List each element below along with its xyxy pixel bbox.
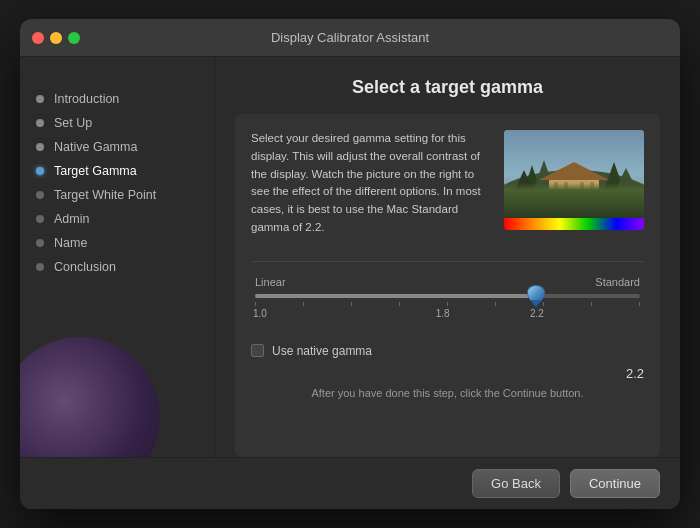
slider-num-1-8: 1.8 <box>436 308 450 319</box>
tick-mark <box>255 302 256 306</box>
svg-rect-12 <box>590 182 594 202</box>
window-title: Display Calibrator Assistant <box>271 30 429 45</box>
landscape-preview <box>504 130 644 218</box>
go-back-button[interactable]: Go Back <box>472 469 560 498</box>
maximize-button[interactable] <box>68 32 80 44</box>
slider-label-linear: Linear <box>255 276 286 288</box>
sidebar-item-setup[interactable]: Set Up <box>20 111 214 135</box>
traffic-lights <box>32 32 80 44</box>
main-panel: Select a target gamma Select your desire… <box>215 57 680 457</box>
bullet-icon <box>36 95 44 103</box>
sidebar-label: Target Gamma <box>54 164 137 178</box>
bullet-icon <box>36 215 44 223</box>
svg-rect-14 <box>549 203 599 209</box>
titlebar: Display Calibrator Assistant <box>20 19 680 57</box>
gamma-value-display: 2.2 <box>251 366 644 381</box>
main-window: Display Calibrator Assistant Introductio… <box>20 19 680 509</box>
svg-rect-10 <box>564 182 568 202</box>
minimize-button[interactable] <box>50 32 62 44</box>
native-gamma-checkbox-row[interactable]: Use native gamma <box>251 344 644 358</box>
sidebar-item-native-gamma[interactable]: Native Gamma <box>20 135 214 159</box>
continue-button[interactable]: Continue <box>570 469 660 498</box>
slider-num-1-0: 1.0 <box>253 308 267 319</box>
slider-numbers: 1.0 1.8 2.2 <box>251 308 644 324</box>
sidebar-label: Conclusion <box>54 260 116 274</box>
sidebar-item-introduction[interactable]: Introduction <box>20 87 214 111</box>
content-box: Select your desired gamma setting for th… <box>235 114 660 457</box>
svg-rect-7 <box>549 180 599 202</box>
svg-rect-9 <box>554 182 558 202</box>
tick-mark <box>303 302 304 306</box>
sidebar: Introduction Set Up Native Gamma Target … <box>20 57 215 457</box>
close-button[interactable] <box>32 32 44 44</box>
svg-rect-13 <box>534 202 614 218</box>
sidebar-label: Target White Point <box>54 188 156 202</box>
bullet-icon <box>36 167 44 175</box>
slider-ticks <box>251 302 644 306</box>
sidebar-label: Native Gamma <box>54 140 137 154</box>
svg-rect-11 <box>580 182 584 202</box>
sidebar-item-admin[interactable]: Admin <box>20 207 214 231</box>
sidebar-label: Set Up <box>54 116 92 130</box>
content-area: Introduction Set Up Native Gamma Target … <box>20 57 680 457</box>
tick-mark <box>447 302 448 306</box>
slider-track-container[interactable] <box>251 294 644 298</box>
slider-fill <box>255 294 536 298</box>
slider-thumb[interactable] <box>527 285 545 307</box>
temple-svg <box>504 130 644 218</box>
native-gamma-label: Use native gamma <box>272 344 372 358</box>
slider-labels: Linear Standard <box>251 276 644 288</box>
bullet-icon <box>36 239 44 247</box>
sidebar-label: Name <box>54 236 87 250</box>
tick-mark <box>591 302 592 306</box>
slider-section: Linear Standard <box>251 272 644 334</box>
tick-mark <box>399 302 400 306</box>
slider-track <box>255 294 640 298</box>
tick-mark <box>639 302 640 306</box>
instruction-text: After you have done this step, click the… <box>251 387 644 399</box>
sidebar-label: Introduction <box>54 92 119 106</box>
color-spectrum-bar <box>504 218 644 230</box>
page-title: Select a target gamma <box>215 77 680 98</box>
sidebar-item-target-white-point[interactable]: Target White Point <box>20 183 214 207</box>
decorative-orb <box>20 337 160 457</box>
bottom-bar: Go Back Continue <box>20 457 680 509</box>
separator <box>251 261 644 262</box>
sidebar-label: Admin <box>54 212 89 226</box>
bullet-icon <box>36 143 44 151</box>
preview-image <box>504 130 644 230</box>
bullet-icon <box>36 119 44 127</box>
top-section: Select your desired gamma setting for th… <box>251 130 644 237</box>
sidebar-item-target-gamma[interactable]: Target Gamma <box>20 159 214 183</box>
description-text: Select your desired gamma setting for th… <box>251 130 490 237</box>
tick-mark <box>351 302 352 306</box>
sidebar-item-name[interactable]: Name <box>20 231 214 255</box>
bullet-icon <box>36 263 44 271</box>
slider-num-2-2: 2.2 <box>530 308 544 319</box>
bullet-icon <box>36 191 44 199</box>
sidebar-item-conclusion[interactable]: Conclusion <box>20 255 214 279</box>
slider-label-standard: Standard <box>595 276 640 288</box>
native-gamma-checkbox[interactable] <box>251 344 264 357</box>
tick-mark <box>495 302 496 306</box>
